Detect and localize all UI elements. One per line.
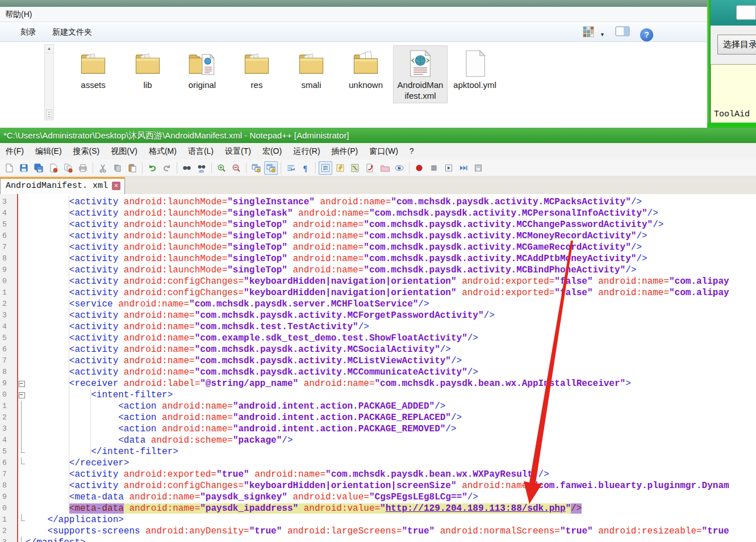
code-line: 3 <activity android:launchMode="singleIn…: [0, 196, 756, 208]
run-macro-icon[interactable]: [363, 161, 377, 175]
views-grid-icon[interactable]: [582, 25, 595, 44]
stop-macro-icon[interactable]: [427, 161, 441, 175]
toolbar-separator: [93, 162, 93, 174]
line-number: 0: [0, 503, 16, 514]
notepad-titlebar[interactable]: *C:\Users\Administrator\Desktop\沐风西游\And…: [0, 128, 756, 143]
preview-pane-icon[interactable]: [615, 25, 630, 44]
menu-语言L[interactable]: 语言(L): [182, 143, 219, 159]
line-number: 4: [0, 435, 16, 446]
folder-workspace-icon[interactable]: [378, 161, 391, 175]
sync-scroll-h-icon[interactable]: [264, 161, 278, 175]
menu-运行R[interactable]: 运行(R): [287, 143, 325, 159]
save-all-icon[interactable]: [32, 161, 45, 175]
burn-button[interactable]: 刻录: [14, 22, 43, 41]
file-item-res[interactable]: res: [229, 45, 284, 103]
play-macro-icon[interactable]: [442, 161, 456, 175]
zoom-out-icon[interactable]: [229, 161, 243, 175]
tree-scrollbar[interactable]: ▲: [44, 44, 54, 120]
code-line: 9 <activity android:launchMode="singleTo…: [0, 264, 756, 276]
menu-视图V[interactable]: 视图(V): [105, 143, 143, 159]
toolaid-label: ToolAid: [714, 110, 750, 119]
line-number: 7: [0, 355, 16, 367]
code-line: 4 <data android:scheme="package"/>: [0, 435, 756, 446]
fold-collapse-icon[interactable]: [19, 392, 25, 398]
editor[interactable]: 3 <activity android:launchMode="singleIn…: [0, 194, 756, 542]
code-line: 7 <activity android:name="com.mchsdk.pay…: [0, 355, 756, 367]
file-item-smali[interactable]: smali: [284, 45, 339, 103]
line-number: 2: [0, 412, 16, 423]
copy-icon[interactable]: [111, 161, 124, 175]
redo-icon[interactable]: [160, 161, 174, 175]
code-text: <activity android:launchMode="singleTop"…: [26, 264, 756, 276]
new-folder-button[interactable]: 新建文件夹: [45, 22, 99, 41]
replace-icon[interactable]: ab: [195, 161, 208, 175]
fold-collapse-icon[interactable]: [19, 381, 25, 387]
code-line: 8 <activity android:name="com.mchsdk.pay…: [0, 367, 756, 378]
pilcrow-icon[interactable]: ¶: [299, 161, 312, 175]
doc-map-icon[interactable]: [348, 161, 362, 175]
run-multiple-icon[interactable]: [457, 161, 470, 175]
save-macro-icon[interactable]: [471, 161, 485, 175]
line-number: 9: [0, 491, 16, 503]
code-text: <activity android:name="com.mchsdk.paysd…: [26, 310, 756, 321]
tab-androidmanifest[interactable]: AndroidManifest. xml✕: [0, 177, 125, 195]
file-item-lib[interactable]: lib: [120, 45, 175, 103]
find-icon[interactable]: [180, 161, 194, 175]
tab-close-icon[interactable]: ✕: [112, 182, 120, 190]
file-item-apktool.yml[interactable]: apktool.yml: [448, 45, 502, 103]
explorer-window: 帮助(H) 刻录 新建文件夹 ▼: [0, 7, 707, 128]
menu-编辑E[interactable]: 编辑(E): [30, 143, 68, 159]
menu-搜索S[interactable]: 搜索(S): [68, 143, 106, 159]
file-list: assetsliboriginalressmaliunknownAndroidM…: [66, 45, 502, 103]
file-item-assets[interactable]: assets: [66, 45, 120, 103]
scroll-up-icon[interactable]: ▲: [45, 45, 53, 53]
panel-partial-button[interactable]: [736, 5, 756, 20]
menu-宏O[interactable]: 宏(O): [257, 143, 287, 159]
sync-scroll-v-icon[interactable]: [249, 161, 263, 175]
line-number: 2: [0, 299, 16, 310]
views-dropdown-icon[interactable]: ▼: [600, 25, 605, 44]
code-text: <action android:name="android.intent.act…: [26, 412, 756, 423]
file-label: original: [189, 79, 216, 90]
save-icon[interactable]: [17, 161, 31, 175]
splitter-grip[interactable]: [46, 110, 52, 119]
menu-窗口W[interactable]: 窗口(W): [364, 143, 404, 159]
menu-插件P[interactable]: 插件(P): [326, 143, 364, 159]
line-number: 6: [0, 457, 16, 469]
undo-icon[interactable]: [145, 161, 159, 175]
user-lang-icon[interactable]: [333, 161, 347, 175]
select-dir-button[interactable]: 选择目录: [717, 35, 756, 54]
menu-设置T[interactable]: 设置(T): [219, 143, 257, 159]
line-number: 7: [0, 469, 16, 480]
file-label: lib: [143, 79, 152, 90]
file-item-original[interactable]: original: [175, 45, 229, 103]
code-line: 9 <receiver android:label="@string/app_n…: [0, 378, 756, 389]
line-number: 3: [0, 196, 16, 208]
record-macro-icon[interactable]: [412, 161, 426, 175]
cut-icon[interactable]: [96, 161, 110, 175]
code-text: </receiver>: [26, 457, 756, 469]
menu-[interactable]: ?: [404, 143, 420, 159]
fold-guide: [21, 457, 25, 464]
word-wrap-icon[interactable]: [284, 161, 298, 175]
code-line: 5 <activity android:name="com.example.sd…: [0, 333, 756, 344]
new-file-icon[interactable]: [2, 161, 16, 175]
menu-格式M[interactable]: 格式(M): [143, 143, 182, 159]
paste-icon[interactable]: [126, 161, 139, 175]
screen: 帮助(H) 刻录 新建文件夹 ▼: [0, 0, 756, 542]
preview-eye-icon[interactable]: [392, 161, 406, 175]
zoom-in-icon[interactable]: [215, 161, 228, 175]
code-text: <activity android:launchMode="singleTask…: [26, 208, 756, 219]
code-line: 8 <activity android:configChanges="keybo…: [0, 480, 756, 491]
folder-icon: [133, 49, 162, 79]
menu-help[interactable]: 帮助(H): [5, 10, 32, 19]
close-icon[interactable]: [47, 161, 60, 175]
show-all-chars-icon[interactable]: [319, 161, 332, 175]
code-text: <data android:scheme="package"/>: [26, 435, 756, 446]
menu-件F[interactable]: 件(F): [0, 143, 30, 159]
help-icon[interactable]: ?: [640, 28, 653, 41]
file-item-unknown[interactable]: unknown: [339, 45, 393, 103]
close-all-icon[interactable]: [61, 161, 75, 175]
file-item-AndroidManifest.xml[interactable]: AndroidManifest.xml: [393, 45, 448, 103]
print-icon[interactable]: [76, 161, 90, 175]
